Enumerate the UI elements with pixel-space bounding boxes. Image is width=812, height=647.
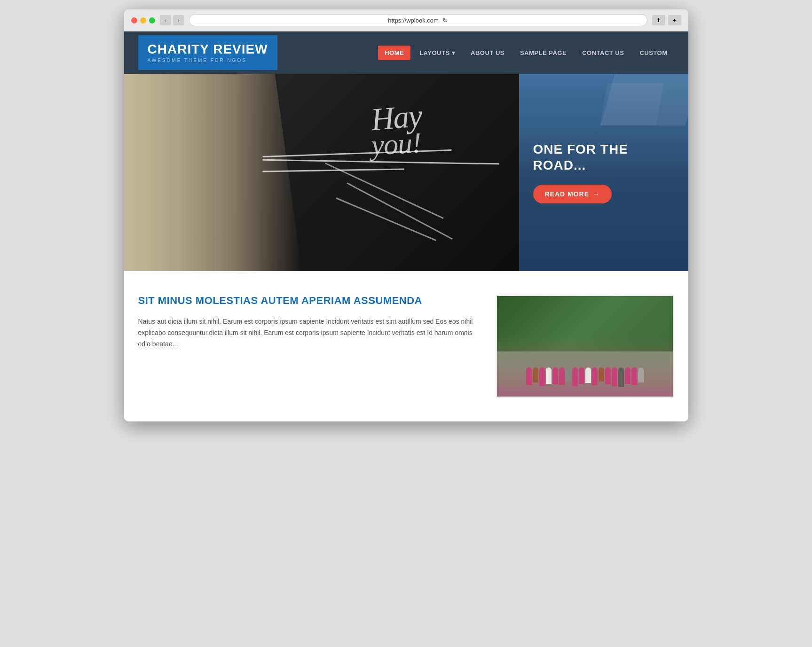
nav-item-contact[interactable]: CONTACT US bbox=[575, 46, 631, 60]
chalk-marks bbox=[282, 133, 499, 232]
maximize-dot[interactable] bbox=[149, 17, 155, 23]
nav-item-layouts[interactable]: LAYOUTS ▾ bbox=[413, 46, 462, 60]
website-content: CHARITY REVIEW AWESOME THEME FOR NGOS HO… bbox=[124, 31, 688, 421]
back-button[interactable]: ‹ bbox=[160, 15, 171, 25]
browser-nav-buttons: ‹ › bbox=[160, 15, 184, 25]
new-tab-button[interactable]: + bbox=[668, 15, 681, 25]
site-header: CHARITY REVIEW AWESOME THEME FOR NGOS HO… bbox=[124, 31, 688, 74]
arrow-icon: → bbox=[593, 190, 600, 198]
nav-item-about[interactable]: ABOUT US bbox=[464, 46, 511, 60]
window-controls bbox=[131, 17, 155, 23]
content-title: SIT MINUS MOLESTIAS AUTEM APERIAM ASSUME… bbox=[138, 295, 477, 307]
share-button[interactable]: ⬆ bbox=[652, 15, 665, 25]
hero-right-panel: ONE FOR THE ROAD... READ MORE → bbox=[519, 74, 688, 271]
address-bar[interactable]: https://wplook.com ↻ bbox=[189, 14, 647, 26]
nav-item-custom[interactable]: CUSTOM bbox=[633, 46, 674, 60]
hero-background: Hay you! bbox=[124, 74, 519, 271]
content-left: SIT MINUS MOLESTIAS AUTEM APERIAM ASSUME… bbox=[138, 295, 477, 350]
content-right bbox=[496, 295, 674, 398]
forward-button[interactable]: › bbox=[173, 15, 184, 25]
browser-actions: ⬆ + bbox=[652, 15, 681, 25]
site-logo[interactable]: CHARITY REVIEW AWESOME THEME FOR NGOS bbox=[138, 35, 277, 70]
nav-item-sample[interactable]: SAMPLE PAGE bbox=[513, 46, 573, 60]
url-text: https://wplook.com bbox=[388, 17, 439, 24]
logo-title: CHARITY REVIEW bbox=[148, 42, 268, 57]
reload-button[interactable]: ↻ bbox=[442, 16, 448, 24]
main-nav: HOME LAYOUTS ▾ ABOUT US SAMPLE PAGE CONT… bbox=[378, 46, 674, 60]
image-overlay bbox=[497, 336, 673, 397]
hero-tagline: ONE FOR THE ROAD... bbox=[533, 141, 674, 173]
dropdown-arrow-icon: ▾ bbox=[452, 49, 456, 56]
hero-section: Hay you! bbox=[124, 74, 688, 271]
content-image bbox=[496, 295, 674, 398]
browser-window: ‹ › https://wplook.com ↻ ⬆ + CHARITY REV… bbox=[124, 9, 688, 421]
chalk-lines bbox=[262, 153, 499, 178]
hero-image: Hay you! bbox=[124, 74, 519, 271]
browser-titlebar: ‹ › https://wplook.com ↻ ⬆ + bbox=[124, 9, 688, 31]
people-group bbox=[526, 367, 644, 387]
read-more-button[interactable]: READ MORE → bbox=[533, 185, 612, 203]
content-body: Natus aut dicta illum sit nihil. Earum e… bbox=[138, 316, 477, 350]
content-section: SIT MINUS MOLESTIAS AUTEM APERIAM ASSUME… bbox=[124, 271, 688, 421]
nav-item-home[interactable]: HOME bbox=[378, 46, 410, 60]
minimize-dot[interactable] bbox=[140, 17, 146, 23]
close-dot[interactable] bbox=[131, 17, 137, 23]
logo-subtitle: AWESOME THEME FOR NGOS bbox=[148, 58, 268, 63]
read-more-label: READ MORE bbox=[545, 190, 590, 198]
